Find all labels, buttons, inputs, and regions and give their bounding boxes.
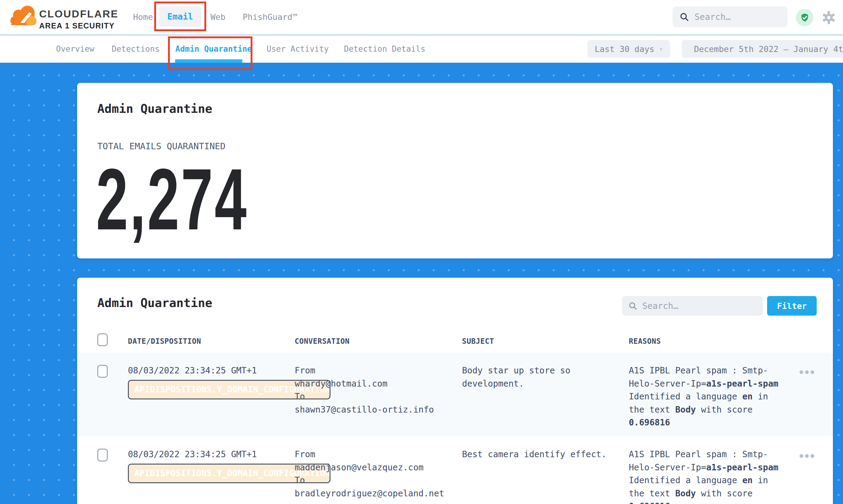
date-range-preset-button[interactable]: Last 30 days ▾: [587, 40, 670, 58]
search-icon: [628, 301, 637, 310]
brand-text: CLOUDFLARE AREA 1 SECURITY: [39, 8, 119, 30]
header-search[interactable]: [672, 6, 788, 27]
table-search[interactable]: [622, 296, 763, 316]
row-subject: Body star up store sodevelopment.: [462, 364, 570, 390]
row-checkbox[interactable]: [97, 449, 108, 462]
row-reasons: A1S IPBL Pearl spam : Smtp-Helo-Server-I…: [629, 364, 778, 429]
column-header-date-disposition: DATE/DISPOSITION: [128, 337, 201, 346]
to-address: shawn37@castillo-ortiz.info: [295, 403, 434, 416]
to-address: bradleyrodriguez@copeland.net: [295, 487, 444, 500]
ellipsis-icon: [800, 454, 803, 458]
row-subject: Best camera identify effect.: [462, 448, 607, 461]
from-label: From: [295, 364, 434, 377]
row-checkbox[interactable]: [97, 365, 108, 378]
total-quarantined-value: 2,274: [96, 156, 248, 243]
summary-card: Admin Quarantine TOTAL EMAILS QUARANTINE…: [77, 83, 833, 258]
tab-overview[interactable]: Overview: [56, 44, 94, 54]
brand-cloudflare: CLOUDFLARE: [39, 8, 119, 20]
table-search-input[interactable]: [642, 301, 757, 311]
from-address: maddenjason@velazquez.com: [295, 461, 444, 474]
select-all-checkbox[interactable]: [97, 334, 108, 346]
table-card-title: Admin Quarantine: [97, 296, 212, 310]
sub-nav: OverviewDetectionsAdmin QuarantineUser A…: [0, 35, 843, 63]
row-conversation: From whardy@hotmail.com To shawn37@casti…: [295, 364, 434, 416]
nav-item-email[interactable]: Email: [159, 6, 201, 27]
ellipsis-icon: [800, 370, 803, 374]
tab-admin-quarantine[interactable]: Admin Quarantine: [175, 44, 252, 54]
search-icon: [679, 12, 689, 22]
column-header-reasons: REASONS: [629, 337, 661, 346]
tab-detections[interactable]: Detections: [112, 44, 160, 54]
shield-check-icon: [800, 13, 810, 23]
row-conversation: From maddenjason@velazquez.com To bradle…: [295, 448, 444, 500]
tab-user-activity[interactable]: User Activity: [266, 44, 329, 54]
page-background: CLOUDFLARE AREA 1 SECURITY HomeEmailWebP…: [0, 0, 843, 504]
column-header-conversation: CONVERSATION: [295, 337, 349, 346]
from-address: whardy@hotmail.com: [295, 377, 434, 391]
chevron-down-icon: ▾: [660, 45, 663, 53]
date-range-label: December 5th 2022 — January 4th 2023: [694, 44, 843, 54]
to-label: To: [295, 474, 444, 487]
total-quarantined-label: TOTAL EMAILS QUARANTINED: [97, 141, 226, 151]
header-search-input[interactable]: [695, 12, 781, 22]
brand-area1: AREA 1 SECURITY: [39, 21, 119, 30]
security-status-button[interactable]: [796, 9, 813, 26]
top-header: CLOUDFLARE AREA 1 SECURITY HomeEmailWebP…: [0, 0, 843, 35]
table-row[interactable]: 08/03/2022 23:34:25 GMT+1 APIDISPOSITION…: [77, 353, 833, 436]
cloudflare-logo-icon: [8, 4, 37, 31]
to-label: To: [295, 390, 434, 403]
row-menu-button[interactable]: [798, 452, 816, 460]
column-header-subject: SUBJECT: [462, 337, 494, 346]
from-label: From: [295, 448, 444, 461]
tab-detection-details[interactable]: Detection Details: [344, 44, 425, 54]
summary-card-title: Admin Quarantine: [97, 102, 212, 115]
gear-icon[interactable]: [822, 11, 836, 24]
row-reasons: A1S IPBL Pearl spam : Smtp-Helo-Server-I…: [629, 448, 778, 504]
filter-button[interactable]: Filter: [767, 296, 817, 316]
row-menu-button[interactable]: [798, 368, 816, 376]
table-body: 08/03/2022 23:34:25 GMT+1 APIDISPOSITION…: [77, 353, 833, 504]
table-header-row: DATE/DISPOSITION CONVERSATION SUBJECT RE…: [77, 334, 833, 352]
nav-item-home[interactable]: Home: [133, 12, 153, 22]
date-range-preset-label: Last 30 days: [595, 44, 654, 54]
row-date: 08/03/2022 23:34:25 GMT+1: [128, 448, 257, 461]
table-row[interactable]: 08/03/2022 23:34:25 GMT+1 APIDISPOSITION…: [77, 436, 833, 504]
active-tab-underline: [175, 59, 242, 63]
quarantine-table-card: Admin Quarantine Filter DATE/DISPOSITION…: [77, 278, 833, 504]
date-range-button[interactable]: December 5th 2022 — January 4th 2023: [682, 40, 843, 58]
nav-item-web[interactable]: Web: [211, 12, 226, 22]
row-date: 08/03/2022 23:34:25 GMT+1: [128, 364, 257, 377]
nav-item-phishguard[interactable]: PhishGuard™: [243, 12, 297, 22]
